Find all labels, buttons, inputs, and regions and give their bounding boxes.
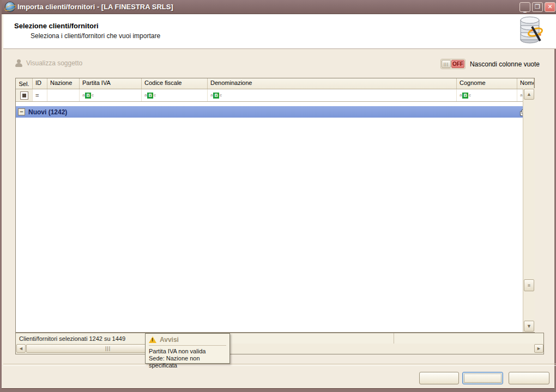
column-header-sel-[interactable]: Sel. — [16, 78, 33, 89]
filter-nazione[interactable] — [47, 89, 80, 101]
view-subject-button[interactable]: Visualizza soggetto — [15, 59, 82, 67]
filter-cf-abc-icon[interactable]: aBc — [142, 89, 208, 101]
status-divider — [394, 333, 394, 344]
filter-cog-abc-icon[interactable]: aBc — [457, 89, 517, 101]
tooltip-line-1: Partita IVA non valida — [149, 348, 226, 355]
column-header-nome[interactable]: Nome — [517, 78, 534, 89]
maximize-button[interactable]: ❐ — [532, 2, 543, 12]
selection-count-text: Clienti/fornitori selezionati 1242 su 14… — [19, 335, 125, 342]
hide-empty-columns-label: Nascondi colonne vuote — [470, 60, 540, 68]
collapse-icon[interactable]: − — [18, 108, 25, 115]
column-header-nazione[interactable]: Nazione — [47, 78, 80, 89]
vertical-scroll-thumb[interactable]: ≡ — [524, 279, 534, 291]
table-filter-row: =aBcaBcaBcaBcaBc — [16, 89, 534, 102]
grid-toolbar: Visualizza soggetto ||| OFF Nascondi col… — [3, 54, 556, 74]
clients-table: Sel.IDNazionePartita IVACodice fiscaleDe… — [15, 78, 535, 333]
minimize-button[interactable]: _ — [519, 2, 530, 12]
filter-den-abc-icon[interactable]: aBc — [208, 89, 457, 101]
close-button[interactable]: ✕ — [545, 2, 555, 12]
scroll-left-button[interactable]: ◄ — [16, 344, 26, 353]
back-button[interactable] — [419, 372, 459, 384]
filter-piva-abc-icon[interactable]: aBc — [80, 89, 142, 101]
column-header-cognome[interactable]: Cognome — [457, 78, 517, 89]
scroll-right-button[interactable]: ► — [534, 344, 543, 353]
close-wizard-button[interactable] — [509, 372, 549, 384]
warnings-tooltip: Avvisi Partita IVA non valida Sede: Nazi… — [145, 333, 230, 364]
footer-separator — [3, 364, 556, 366]
tooltip-title: Avvisi — [160, 336, 179, 344]
database-icon — [516, 16, 546, 46]
person-icon — [15, 59, 22, 67]
page-title: Selezione clienti/fornitori — [14, 22, 556, 30]
hide-empty-columns-toggle[interactable]: ||| OFF — [440, 59, 466, 69]
status-bar: Clienti/fornitori selezionati 1242 su 14… — [15, 333, 544, 344]
page-subtitle: Seleziona i clienti/fornitori che vuoi i… — [31, 32, 556, 40]
window-title: Importa clienti/fornitori - [LA FINESTRA… — [17, 3, 173, 11]
scroll-down-button[interactable]: ▼ — [524, 321, 534, 332]
next-button[interactable] — [462, 372, 503, 384]
column-header-partita-iva[interactable]: Partita IVA — [80, 78, 142, 89]
horizontal-scrollbar[interactable]: ◄ ||| ► — [15, 344, 544, 354]
warning-icon — [149, 336, 156, 343]
title-bar: Importa clienti/fornitori - [LA FINESTRA… — [2, 0, 556, 14]
filter-id-operator[interactable]: = — [33, 89, 47, 101]
toggle-off-state: OFF — [451, 60, 464, 68]
column-header-codice-fiscale[interactable]: Codice fiscale — [142, 78, 208, 89]
filter-select-all[interactable] — [16, 89, 33, 101]
wizard-header: Selezione clienti/fornitori Seleziona i … — [3, 14, 556, 49]
toggle-grip-icon: ||| — [442, 60, 451, 68]
tooltip-line-2: Sede: Nazione non specificata — [149, 355, 226, 369]
vertical-scrollbar[interactable]: ▲ ≡ ▼ — [523, 88, 535, 332]
view-subject-label: Visualizza soggetto — [26, 59, 82, 67]
column-header-denominazione[interactable]: Denominazione — [208, 78, 457, 89]
table-gap — [16, 102, 534, 106]
group-header-0[interactable]: −Nuovi (1242) — [16, 106, 534, 118]
table-header-row: Sel.IDNazionePartita IVACodice fiscaleDe… — [16, 78, 534, 89]
scroll-up-button[interactable]: ▲ — [524, 89, 534, 100]
import-clients-window: Importa clienti/fornitori - [LA FINESTRA… — [0, 0, 556, 392]
app-icon — [5, 2, 15, 11]
group-label: Nuovi (1242) — [28, 108, 67, 116]
column-header-id[interactable]: ID — [33, 78, 47, 89]
